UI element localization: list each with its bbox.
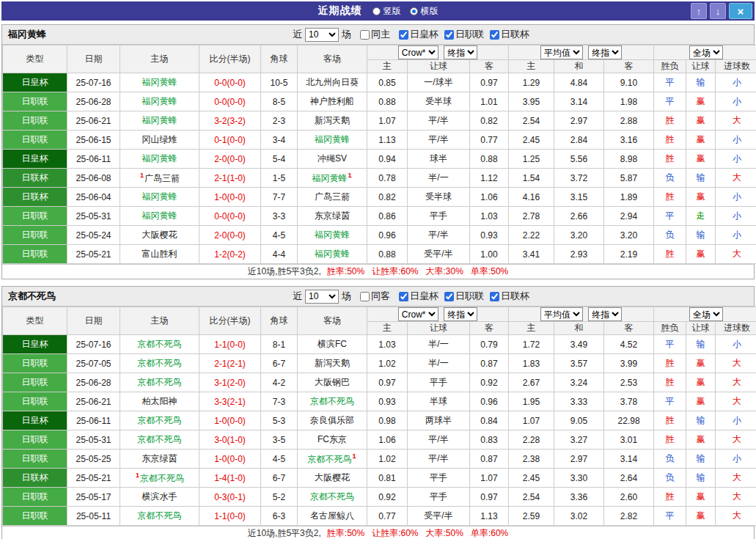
- match-count-select[interactable]: 10: [305, 290, 339, 304]
- result-cell: 胜: [654, 131, 686, 150]
- competition-cell: 日职联: [3, 226, 67, 245]
- match-row: 日职联25-05-11京都不死鸟1-1(0-0)6-3名古屋鲸八0.77受平/半…: [3, 507, 756, 526]
- competition-filter[interactable]: 日皇杯: [399, 290, 438, 303]
- avg-home: 1.25: [509, 150, 554, 169]
- team-name-text: 京都不死鸟: [310, 396, 354, 406]
- competition-checkbox[interactable]: [490, 292, 499, 301]
- competition-filter-label: 日联杯: [501, 290, 529, 303]
- team-name-text: 福冈黄蜂: [312, 173, 347, 183]
- home-team: 1京都不死鸟: [120, 469, 199, 488]
- match-score: 2-0(0-0): [199, 226, 261, 245]
- competition-checkbox[interactable]: [399, 30, 408, 40]
- avg-home: 4.16: [509, 188, 554, 207]
- odds-away: 0.87: [470, 354, 509, 373]
- goals-result-cell: 大: [716, 488, 756, 507]
- avg-away: 1.89: [604, 188, 654, 207]
- away-team: 神户胜利船: [298, 92, 367, 111]
- average-group-header: 平均值 终指: [509, 307, 654, 322]
- same-venue-checkbox[interactable]: [360, 30, 370, 40]
- away-team: 京都不死鸟: [298, 488, 367, 507]
- radio-icon[interactable]: [373, 7, 381, 15]
- average-source-select[interactable]: 平均值: [540, 45, 583, 59]
- competition-filter[interactable]: 日皇杯: [399, 28, 438, 41]
- same-venue-label: 同主: [371, 28, 390, 41]
- competition-checkbox[interactable]: [444, 30, 454, 40]
- competition-checkbox[interactable]: [490, 30, 499, 40]
- match-row: 日职联25-06-21柏太阳神3-3(2-1)7-3京都不死鸟0.93半球0.9…: [3, 392, 756, 411]
- away-team: 新泻天鹅: [298, 354, 367, 373]
- corners: 2-3: [261, 111, 298, 131]
- same-venue-filter[interactable]: 同客: [360, 290, 390, 303]
- summary-stats: 胜率:50%让胜率:60%大率:30%单率:50%: [327, 265, 508, 278]
- close-button[interactable]: ×: [729, 3, 752, 19]
- handicap-result-cell: 输: [686, 411, 716, 430]
- odds-home: 0.85: [367, 73, 408, 92]
- same-venue-checkbox[interactable]: [360, 292, 370, 301]
- move-up-button[interactable]: ↑: [691, 3, 707, 19]
- scope-select[interactable]: 全场: [689, 45, 723, 59]
- match-row: 日职联25-06-15冈山绿雉0-1(0-0)3-4福冈黄蜂1.13平/半0.7…: [3, 131, 756, 150]
- match-row: 日皇杯25-06-11福冈黄蜂2-0(0-0)5-4冲绳SV0.94球半0.88…: [3, 150, 756, 169]
- scope-select[interactable]: 全场: [689, 307, 723, 321]
- odds-handicap: 平手: [408, 488, 470, 507]
- odds-time-select[interactable]: 终指: [444, 307, 477, 321]
- avg-draw: 2.84: [554, 131, 604, 150]
- match-date: 25-05-31: [67, 207, 120, 226]
- match-score: 2-1(2-1): [199, 354, 261, 373]
- handicap-result-cell: 赢: [686, 373, 716, 392]
- home-team: 京都不死鸟: [120, 373, 199, 392]
- goals-result-cell: 大: [716, 469, 756, 488]
- avg-away: 9.10: [604, 73, 654, 92]
- competition-filter[interactable]: 日联杯: [490, 290, 529, 303]
- column-header-score: 比分(半场): [199, 307, 261, 335]
- odds-home: 0.93: [367, 392, 408, 411]
- result-cell: 胜: [654, 488, 686, 507]
- odds-away: 1.03: [470, 207, 509, 226]
- layout-option[interactable]: 竖版: [373, 5, 401, 18]
- match-count-select[interactable]: 10: [305, 28, 339, 42]
- corners: 1-5: [261, 169, 298, 188]
- average-time-select[interactable]: 终指: [588, 45, 622, 59]
- column-header-avg-home: 主: [509, 60, 554, 73]
- team-name-text: 名古屋鲸八: [310, 510, 354, 521]
- match-score: 0-0(0-0): [199, 92, 261, 111]
- same-venue-filter[interactable]: 同主: [360, 28, 390, 41]
- competition-filter[interactable]: 日职联: [444, 290, 484, 303]
- odds-source-select[interactable]: Crow*: [398, 45, 438, 59]
- average-time-select[interactable]: 终指: [588, 307, 622, 321]
- layout-option[interactable]: 横版: [410, 5, 438, 18]
- up-arrow-icon: ↑: [697, 6, 702, 17]
- move-down-button[interactable]: ↓: [710, 3, 726, 19]
- match-row: 日职联25-07-05京都不死鸟2-1(2-1)6-7新泻天鹅1.02半/一0.…: [3, 354, 756, 373]
- odds-time-select[interactable]: 终指: [444, 45, 477, 59]
- goals-result-cell: 小: [716, 450, 756, 469]
- home-team: 福冈黄蜂: [120, 73, 199, 92]
- away-team: 名古屋鲸八: [298, 507, 367, 526]
- team-section: 京都不死鸟 近 10 场 同客 日皇杯日职联日联杯: [1, 286, 755, 539]
- competition-checkbox[interactable]: [399, 292, 408, 301]
- corners: 7-3: [261, 392, 298, 411]
- corners: 5-4: [261, 150, 298, 169]
- team-name-text: 新泻天鹅: [315, 115, 350, 125]
- odds-away: 0.88: [470, 150, 509, 169]
- team-name-text: 大阪樱花: [142, 230, 177, 240]
- competition-filter[interactable]: 日联杯: [490, 28, 529, 41]
- match-score: 2-0(0-0): [199, 150, 261, 169]
- match-date: 25-06-21: [67, 111, 120, 131]
- radio-icon[interactable]: [410, 7, 418, 15]
- home-team: 横滨水手: [120, 488, 199, 507]
- competition-filter[interactable]: 日职联: [444, 28, 484, 41]
- matches-body: 日皇杯25-07-16京都不死鸟1-1(0-0)8-1横滨FC1.03半/一0.…: [3, 335, 756, 526]
- odds-home: 0.94: [367, 150, 408, 169]
- result-cell: 平: [654, 92, 686, 111]
- match-date: 25-06-28: [67, 92, 120, 111]
- result-cell: 胜: [654, 245, 686, 264]
- team-name-text: 富山胜利: [142, 249, 177, 259]
- odds-away: 0.79: [470, 335, 509, 354]
- corners: 3-3: [261, 207, 298, 226]
- competition-checkbox[interactable]: [444, 292, 454, 301]
- home-team: 京都不死鸟: [120, 507, 199, 526]
- average-source-select[interactable]: 平均值: [540, 307, 583, 321]
- odds-source-select[interactable]: Crow*: [398, 307, 438, 321]
- away-team: 福冈黄蜂1: [298, 169, 367, 188]
